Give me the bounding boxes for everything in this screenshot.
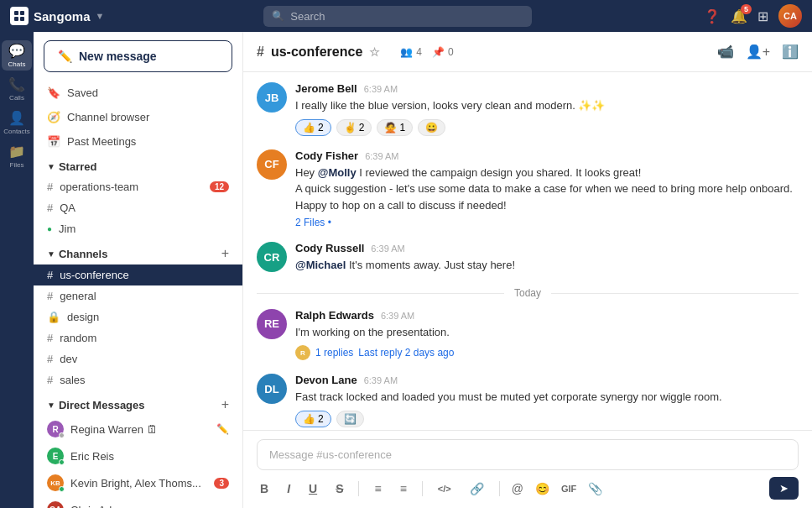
channel-general[interactable]: # general [34, 285, 242, 306]
dm-eric-reis[interactable]: E Eric Reis [34, 443, 242, 469]
message-time: 6:39 AM [381, 311, 414, 321]
attachment-icon[interactable]: 📎 [588, 482, 602, 495]
message-avatar: RE [257, 309, 287, 339]
add-member-icon[interactable]: 👤+ [746, 44, 770, 60]
add-dm-button[interactable]: + [221, 397, 229, 412]
user-avatar[interactable]: CA [778, 4, 802, 28]
files-icon: 📁 [8, 144, 25, 160]
dm-name: Kevin Bright, Alex Thoms... [70, 477, 201, 490]
chat-header-meta: 👥 4 📌 0 [400, 46, 453, 58]
files-link[interactable]: 2 Files • [295, 217, 799, 228]
message-content: Cody Fisher 6:39 AM Hey @Molly I reviewe… [295, 149, 799, 229]
dm-kevin-bright[interactable]: KB Kevin Bright, Alex Thoms... 3 [34, 469, 242, 496]
message-text: I'm working on the presentation. [295, 324, 799, 341]
message-header: Jerome Bell 6:39 AM [295, 82, 799, 95]
starred-section-title[interactable]: ▼ Starred [47, 160, 96, 173]
emoji-icon[interactable]: 😊 [535, 482, 549, 495]
reaction-thumbs-up[interactable]: 👍 2 [295, 119, 331, 136]
edit-dm-icon[interactable]: ✏️ [216, 423, 229, 435]
channel-us-conference[interactable]: # us-conference [34, 264, 242, 285]
at-icon[interactable]: @ [512, 482, 523, 495]
channel-label: Jim [59, 223, 75, 235]
message-input[interactable] [257, 439, 799, 470]
ordered-list-button[interactable]: ≡ [371, 480, 384, 497]
underline-button[interactable]: U [305, 480, 320, 497]
dm-section-header: ▼ Direct Messages + [34, 390, 242, 416]
message-row: RE Ralph Edwards 6:39 AM I'm working on … [257, 309, 799, 361]
calendar-icon: 📅 [47, 135, 60, 148]
dm-regina-warren[interactable]: R Regina Warren 🗓 ✏️ [34, 416, 242, 443]
channel-sales[interactable]: # sales [34, 369, 242, 390]
unordered-list-button[interactable]: ≡ [397, 480, 410, 497]
hash-icon: # [47, 269, 53, 281]
mention: @Michael [295, 259, 346, 271]
nav-chats[interactable]: 💬 Chats [2, 40, 32, 71]
channel-dev[interactable]: # dev [34, 348, 242, 369]
hash-icon: # [47, 290, 53, 302]
channel-browser-item[interactable]: 🧭 Channel browser [34, 105, 242, 129]
message-reactions: 👍 2 ✌️ 2 🙅 1 😀 [295, 119, 799, 136]
reaction-peace[interactable]: ✌️ 2 [336, 119, 372, 136]
toolbar-separator [358, 481, 359, 496]
strikethrough-button[interactable]: S [332, 480, 346, 497]
message-text: Hey @Molly I reviewed the campaign desig… [295, 165, 799, 214]
message-time: 6:39 AM [365, 151, 398, 161]
nav-contacts[interactable]: 👤 Contacts [2, 107, 32, 138]
dm-section-title[interactable]: ▼ Direct Messages [47, 399, 145, 411]
nav-files[interactable]: 📁 Files [2, 141, 32, 171]
send-button[interactable]: ➤ [769, 477, 799, 500]
reaction-cycle[interactable]: 🔄 [336, 411, 364, 427]
message-header: Ralph Edwards 6:39 AM [295, 309, 799, 322]
dm-chris-adams[interactable]: CA Chris Adams [34, 496, 242, 508]
reply-avatar: R [295, 345, 310, 360]
dm-avatar: E [47, 448, 64, 464]
grid-icon[interactable]: ⊞ [757, 8, 768, 24]
help-icon[interactable]: ❓ [704, 8, 721, 24]
italic-button[interactable]: I [284, 480, 294, 497]
nav-calls-label: Calls [9, 94, 24, 102]
message-author: Devon Lane [295, 374, 357, 386]
reaction-thumbs-up[interactable]: 👍 2 [295, 411, 331, 427]
lock-icon: 🔒 [47, 311, 60, 323]
link-button[interactable]: 🔗 [466, 480, 487, 497]
bold-button[interactable]: B [257, 480, 272, 497]
chat-input-area: B I U S ≡ ≡ </> 🔗 @ 😊 GIF 📎 ➤ [243, 430, 812, 508]
message-avatar: JB [257, 82, 287, 113]
video-icon[interactable]: 📹 [717, 44, 734, 60]
starred-operations-team[interactable]: # operations-team 12 [34, 176, 242, 197]
message-avatar: CR [257, 242, 287, 272]
dm-avatar: R [47, 421, 64, 437]
dm-badge: 3 [214, 478, 229, 489]
message-avatar: CF [257, 149, 287, 180]
add-channel-button[interactable]: + [221, 246, 229, 261]
starred-jim[interactable]: ● Jim [34, 218, 242, 239]
gif-icon[interactable]: GIF [561, 484, 576, 494]
past-meetings-item[interactable]: 📅 Past Meetings [34, 129, 242, 154]
starred-qa[interactable]: # QA [34, 197, 242, 218]
edit-icon: ✏️ [58, 50, 72, 63]
channels-section-title[interactable]: ▼ Channels [47, 248, 107, 260]
reaction-no[interactable]: 🙅 1 [377, 119, 413, 136]
toolbar-separator [499, 481, 500, 496]
message-row: CR Cody Russell 6:39 AM @Michael It's mo… [257, 242, 799, 274]
search-input[interactable] [263, 6, 532, 27]
dm-avatar: CA [47, 501, 64, 508]
chat-header: # us-conference ☆ 👥 4 📌 0 📹 👤+ ℹ️ [243, 32, 812, 72]
message-author: Ralph Edwards [295, 309, 374, 322]
notification-icon[interactable]: 🔔 5 [731, 8, 747, 24]
info-icon[interactable]: ℹ️ [782, 44, 799, 60]
star-icon[interactable]: ☆ [369, 45, 380, 59]
nav-calls[interactable]: 📞 Calls [2, 74, 32, 104]
code-button[interactable]: </> [435, 482, 455, 495]
saved-item[interactable]: 🔖 Saved [34, 81, 242, 105]
message-content: Devon Lane 6:39 AM Fast track locked and… [295, 374, 799, 427]
reaction-smile[interactable]: 😀 [418, 119, 445, 136]
new-message-button[interactable]: ✏️ New message [44, 40, 232, 72]
channel-random[interactable]: # random [34, 327, 242, 348]
channel-design[interactable]: 🔒 design [34, 306, 242, 327]
message-content: Ralph Edwards 6:39 AM I'm working on the… [295, 309, 799, 361]
reply-thread[interactable]: R 1 replies Last reply 2 days ago [295, 345, 799, 360]
chats-icon: 💬 [8, 43, 25, 59]
nav-chats-label: Chats [8, 60, 26, 68]
channel-label: operations-team [60, 181, 138, 193]
